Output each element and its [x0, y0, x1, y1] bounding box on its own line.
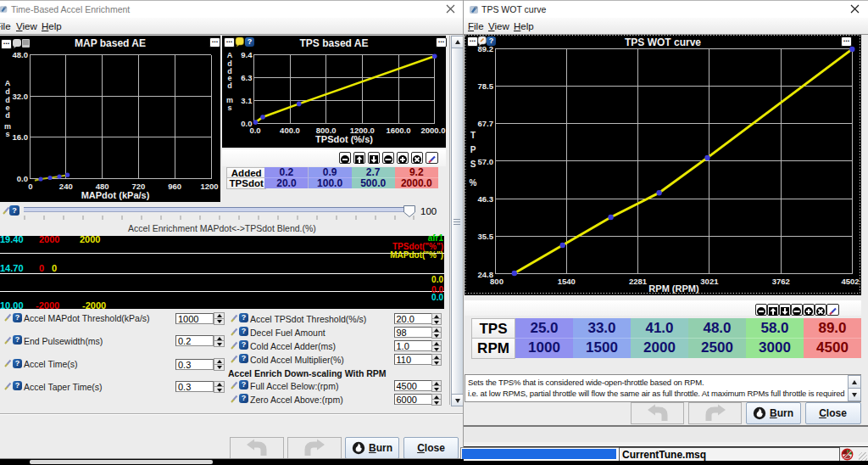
svg-text:1600.0: 1600.0: [386, 126, 410, 135]
svg-text:TPSdot (%/s): TPSdot (%/s): [315, 134, 373, 144]
svg-text:d: d: [227, 81, 232, 90]
svg-text:9.4: 9.4: [241, 50, 253, 59]
svg-text:57.0: 57.0: [478, 157, 494, 166]
svg-text:2000.0: 2000.0: [420, 126, 445, 135]
svg-text:3762: 3762: [772, 277, 790, 286]
svg-text:46.3: 46.3: [478, 194, 494, 204]
svg-text:m: m: [226, 96, 233, 104]
svg-text:960: 960: [168, 182, 181, 191]
svg-text:P: P: [470, 145, 476, 154]
svg-text:1540: 1540: [558, 277, 576, 286]
svg-text:48.0: 48.0: [13, 50, 29, 59]
svg-text:1200: 1200: [200, 182, 218, 191]
svg-text:32.0: 32.0: [13, 92, 29, 101]
svg-text:35.5: 35.5: [478, 232, 494, 241]
svg-text:4502: 4502: [841, 277, 859, 286]
svg-text:16.0: 16.0: [13, 132, 29, 142]
svg-text:2281: 2281: [629, 277, 648, 286]
svg-text:s: s: [5, 130, 9, 138]
svg-text:%: %: [470, 178, 477, 188]
svg-text:RPM (RPM): RPM (RPM): [648, 283, 699, 294]
svg-text:S: S: [470, 160, 476, 169]
svg-text:3.1: 3.1: [241, 96, 253, 105]
svg-text:s: s: [227, 104, 231, 112]
svg-text:800: 800: [490, 277, 504, 286]
svg-text:d: d: [5, 111, 10, 120]
svg-text:67.7: 67.7: [478, 119, 494, 128]
svg-text:0.0: 0.0: [249, 126, 260, 135]
svg-text:3021: 3021: [700, 277, 719, 286]
svg-text:d: d: [5, 87, 10, 96]
svg-text:A: A: [227, 51, 233, 59]
svg-text:240: 240: [59, 182, 73, 191]
svg-text:0.0: 0.0: [17, 174, 28, 183]
svg-text:0: 0: [28, 182, 32, 191]
svg-text:MAPdot (kPa/s): MAPdot (kPa/s): [81, 190, 150, 200]
svg-text:T: T: [470, 131, 476, 140]
svg-text:78.5: 78.5: [478, 81, 494, 91]
svg-text:400.0: 400.0: [280, 126, 300, 135]
svg-text:6.3: 6.3: [241, 73, 252, 82]
svg-text:A: A: [5, 79, 11, 87]
